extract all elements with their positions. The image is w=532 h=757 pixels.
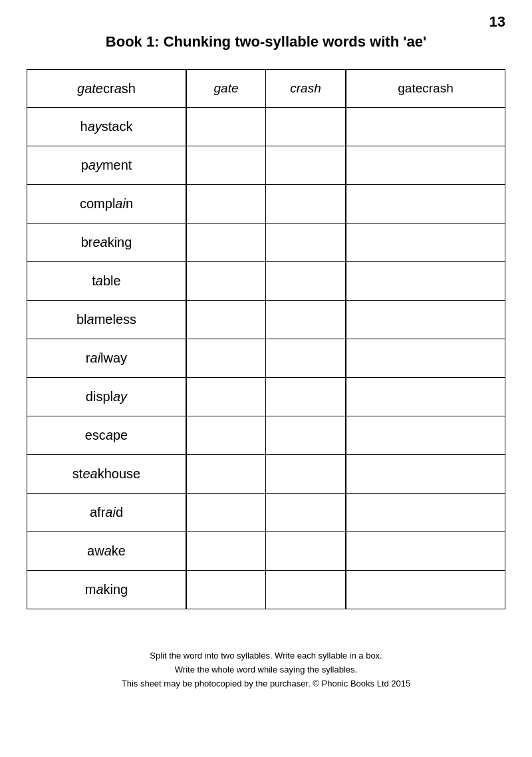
table-row: haystack <box>27 108 505 146</box>
syllable1-box[interactable] <box>186 224 266 262</box>
syllable2-box[interactable] <box>266 339 346 378</box>
syllable2-box[interactable] <box>266 301 346 339</box>
footer-line3: This sheet may be photocopied by the pur… <box>27 677 505 691</box>
page-number: 13 <box>489 13 505 31</box>
whole-word-box[interactable] <box>346 262 505 301</box>
whole-word-box[interactable] <box>346 301 505 339</box>
syllable1-box[interactable] <box>186 262 266 301</box>
syllable2-box[interactable] <box>266 146 346 185</box>
word-display: blameless <box>27 301 186 339</box>
word-display: display <box>27 378 186 416</box>
syllable1-box[interactable] <box>186 455 266 494</box>
whole-word-box[interactable] <box>346 494 505 532</box>
footer-line1: Split the word into two syllables. Write… <box>27 649 505 663</box>
word-text: awake <box>87 543 126 559</box>
page-title: Book 1: Chunking two-syllable words with… <box>27 33 505 51</box>
whole-word-box[interactable] <box>346 185 505 224</box>
whole-word-box[interactable] <box>346 339 505 378</box>
word-text: breaking <box>81 235 132 250</box>
word-display: table <box>27 262 186 301</box>
whole-word-cell[interactable]: gatecrash <box>346 69 505 108</box>
syllable1-box[interactable] <box>186 301 266 339</box>
word-text: display <box>86 389 127 404</box>
word-text: complain <box>80 196 133 212</box>
table-row: display <box>27 378 505 416</box>
syllable1-box[interactable] <box>186 108 266 146</box>
word-display: escape <box>27 416 186 455</box>
syllable1-box[interactable] <box>186 339 266 378</box>
syllable2-box[interactable] <box>266 455 346 494</box>
syllable2-box[interactable] <box>266 416 346 455</box>
table-row: steakhouse <box>27 455 505 494</box>
word-text: escape <box>85 428 128 443</box>
word-text: afraid <box>90 505 123 520</box>
syllable2-text: crash <box>290 81 321 96</box>
word-cell: gatecrash <box>27 69 186 108</box>
syllable2-cell[interactable]: crash <box>266 69 346 108</box>
word-display: steakhouse <box>27 455 186 494</box>
word-display: making <box>27 571 186 609</box>
word-text: payment <box>81 158 132 173</box>
whole-word-box[interactable] <box>346 378 505 416</box>
word-display: complain <box>27 185 186 224</box>
syllable2-box[interactable] <box>266 224 346 262</box>
syllable2-box[interactable] <box>266 108 346 146</box>
word-display: gatecrash <box>27 69 186 108</box>
syllable2-box[interactable] <box>266 378 346 416</box>
whole-word-box[interactable] <box>346 224 505 262</box>
word-text: making <box>85 582 128 597</box>
syllable1-box[interactable] <box>186 494 266 532</box>
word-text: railway <box>86 351 127 366</box>
word-display: afraid <box>27 494 186 532</box>
table-row: awake <box>27 532 505 571</box>
syllable2-box[interactable] <box>266 571 346 609</box>
whole-word-box[interactable] <box>346 455 505 494</box>
syllable1-box[interactable] <box>186 571 266 609</box>
whole-word-text: gatecrash <box>398 81 453 96</box>
table-row: gatecrash gate crash gatecrash <box>27 69 505 108</box>
table-row: table <box>27 262 505 301</box>
exercise-table: gatecrash gate crash gatecrash haystack <box>27 69 505 609</box>
word-text: steakhouse <box>72 466 140 482</box>
word-text: blameless <box>76 312 136 327</box>
syllable2-box[interactable] <box>266 494 346 532</box>
word-display: breaking <box>27 224 186 262</box>
syllable1-box[interactable] <box>186 532 266 571</box>
syllable1-cell[interactable]: gate <box>186 69 266 108</box>
whole-word-box[interactable] <box>346 532 505 571</box>
whole-word-box[interactable] <box>346 416 505 455</box>
table-row: complain <box>27 185 505 224</box>
table-row: railway <box>27 339 505 378</box>
footer-line2: Write the whole word while saying the sy… <box>27 663 505 677</box>
whole-word-box[interactable]: gatecrash <box>346 69 505 108</box>
table-row: escape <box>27 416 505 455</box>
table-row: payment <box>27 146 505 185</box>
table-row: blameless <box>27 301 505 339</box>
word-text: table <box>92 273 120 289</box>
syllable1-box[interactable] <box>186 378 266 416</box>
syllable2-box[interactable]: crash <box>266 69 346 108</box>
word-display: haystack <box>27 108 186 146</box>
table-row: making <box>27 571 505 609</box>
whole-word-box[interactable] <box>346 146 505 185</box>
whole-word-box[interactable] <box>346 571 505 609</box>
table-row: breaking <box>27 224 505 262</box>
word-display: railway <box>27 339 186 378</box>
syllable1-box[interactable]: gate <box>186 69 266 108</box>
table-row: afraid <box>27 494 505 532</box>
syllable1-box[interactable] <box>186 185 266 224</box>
syllable1-text: gate <box>214 81 239 96</box>
word-text: haystack <box>80 119 133 134</box>
footer: Split the word into two syllables. Write… <box>27 649 505 690</box>
syllable2-box[interactable] <box>266 185 346 224</box>
syllable1-box[interactable] <box>186 146 266 185</box>
whole-word-box[interactable] <box>346 108 505 146</box>
syllable1-box[interactable] <box>186 416 266 455</box>
word-text: gatecrash <box>77 81 136 96</box>
syllable2-box[interactable] <box>266 262 346 301</box>
word-display: awake <box>27 532 186 571</box>
word-display: payment <box>27 146 186 185</box>
syllable2-box[interactable] <box>266 532 346 571</box>
